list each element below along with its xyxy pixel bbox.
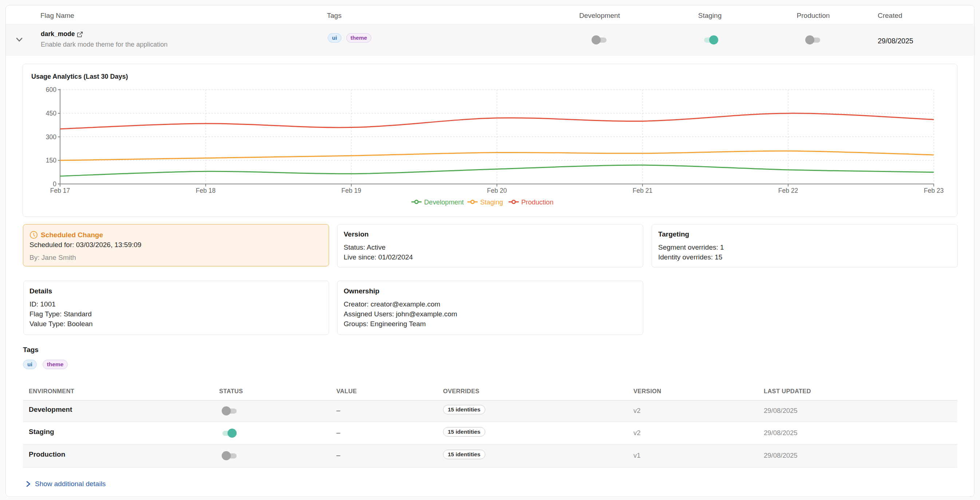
svg-text:450: 450 (46, 110, 56, 117)
svg-text:Staging: Staging (480, 198, 503, 206)
svg-text:Feb 18: Feb 18 (196, 187, 215, 194)
svg-text:Feb 23: Feb 23 (924, 187, 943, 194)
svg-text:300: 300 (46, 133, 56, 141)
svg-text:Feb 22: Feb 22 (778, 187, 798, 194)
svg-text:Feb 20: Feb 20 (487, 187, 507, 194)
svg-text:0: 0 (53, 181, 56, 188)
svg-text:Production: Production (521, 198, 554, 206)
svg-text:150: 150 (46, 157, 56, 164)
svg-text:Feb 17: Feb 17 (50, 187, 70, 194)
svg-text:Development: Development (424, 198, 464, 206)
svg-text:Feb 21: Feb 21 (633, 187, 652, 194)
svg-text:Feb 19: Feb 19 (342, 187, 361, 194)
svg-text:600: 600 (46, 86, 56, 93)
